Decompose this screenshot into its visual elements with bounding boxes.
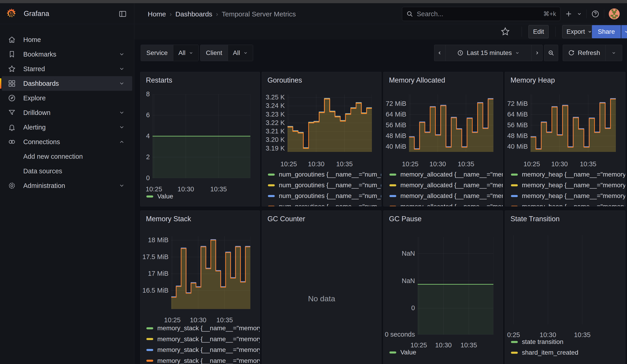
chevron-down-icon[interactable] [621, 25, 627, 38]
sidebar-subitem-data-sources[interactable]: Data sources [2, 164, 132, 178]
export-button[interactable]: Export [562, 25, 596, 38]
bookmark-icon [8, 50, 16, 58]
grafana-logo-icon[interactable] [6, 8, 17, 19]
legend-item[interactable]: num_goroutines {__name__="num_go [268, 171, 381, 178]
sidebar-item-bookmarks[interactable]: Bookmarks [2, 47, 132, 62]
brand-label[interactable]: Grafana [24, 9, 49, 18]
panel-title[interactable]: GC Counter [267, 215, 305, 223]
edit-button[interactable]: Edit [528, 25, 549, 38]
y-axis-label: 48 MiB [505, 132, 528, 140]
time-back-button[interactable] [434, 45, 446, 61]
sidebar-item-administration[interactable]: Administration [2, 178, 132, 193]
refresh-button[interactable]: Refresh [563, 45, 606, 61]
legend-item[interactable]: memory_heap {__name__="memory_h [511, 193, 626, 199]
chart-plot-area[interactable] [418, 237, 493, 335]
legend-item[interactable]: state transition [511, 338, 563, 345]
user-avatar[interactable] [609, 8, 620, 19]
legend-item[interactable]: memory_allocated {__name__="memc [389, 203, 503, 207]
breadcrumb-item[interactable]: Home [148, 10, 166, 18]
legend-item[interactable]: memory_stack {__name__="memory_s [146, 346, 260, 353]
chart-plot-area[interactable] [509, 235, 620, 324]
panel-title[interactable]: Memory Heap [511, 76, 555, 84]
chevron-up-icon [119, 139, 124, 145]
panel-title[interactable]: Memory Allocated [389, 76, 445, 84]
chart-plot-area[interactable] [153, 94, 250, 178]
legend-item[interactable]: memory_stack {__name__="memory_s [146, 357, 260, 364]
search-input[interactable] [416, 10, 540, 18]
search-box[interactable]: ⌘+k [402, 7, 560, 21]
legend-item[interactable]: Value [146, 193, 173, 200]
legend-item[interactable]: memory_allocated {__name__="memc [389, 193, 503, 199]
legend-item[interactable]: memory_allocated {__name__="memc [389, 171, 503, 178]
legend-item[interactable]: Value [389, 349, 416, 356]
time-range-picker[interactable]: Last 15 minutes [445, 45, 531, 61]
panel-title[interactable]: Memory Stack [146, 215, 191, 223]
chart-plot-area[interactable] [530, 95, 616, 152]
refresh-interval-dropdown[interactable] [605, 45, 622, 61]
y-axis-label: 0 seconds [383, 331, 415, 338]
y-axis-label: 17 MiB [140, 270, 168, 277]
legend-item[interactable]: num_goroutines {__name__="num_go [268, 193, 381, 199]
legend-item[interactable]: num_goroutines {__name__="num_go [268, 203, 381, 207]
legend-label: num_goroutines {__name__="num_go [279, 203, 381, 207]
bell-icon [8, 123, 16, 131]
plus-icon[interactable] [565, 10, 572, 18]
sidebar-item-alerting[interactable]: Alerting [2, 120, 132, 135]
legend-item[interactable]: memory_heap {__name__="memory_h [511, 203, 626, 207]
panel-title[interactable]: State Transition [511, 215, 560, 223]
chart-plot-area[interactable] [409, 95, 493, 152]
x-axis-label: 10:30 [178, 185, 194, 193]
client-filter[interactable]: Client All [200, 45, 253, 61]
sidebar-subitem-add-new-connection[interactable]: Add new connection [2, 149, 132, 164]
zoom-out-button[interactable] [544, 45, 558, 61]
legend-label: memory_heap {__name__="memory_h [522, 182, 626, 189]
breadcrumb-item[interactable]: Dashboards [175, 10, 212, 18]
sidebar-item-drilldown[interactable]: Drilldown [2, 105, 132, 120]
dock-menu-icon[interactable] [119, 10, 127, 18]
y-axis-label: 56 MiB [383, 121, 406, 129]
chart-plot-area[interactable] [171, 236, 250, 309]
y-axis-label: 72 MiB [505, 100, 528, 107]
sidebar-item-starred[interactable]: Starred [2, 62, 132, 76]
clock-icon [457, 50, 464, 56]
panel-memory-stack: Memory Stack18 MiB17.5 MiB17 MiB16.5 MiB… [140, 210, 260, 364]
sidebar-item-home[interactable]: Home [2, 32, 132, 47]
legend-item[interactable]: memory_stack {__name__="memory_s [146, 336, 260, 343]
sidebar-item-dashboards[interactable]: Dashboards [2, 76, 132, 91]
help-icon[interactable] [591, 10, 599, 18]
sidebar-subitem-label: Data sources [23, 167, 62, 175]
legend-label: memory_stack {__name__="memory_s [157, 335, 260, 343]
panel-title[interactable]: GC Pause [389, 215, 421, 223]
legend-item[interactable]: shard_item_created [511, 349, 578, 356]
star-dashboard-icon[interactable] [501, 27, 510, 36]
legend-item[interactable]: memory_heap {__name__="memory_h [511, 171, 626, 178]
legend-item[interactable]: memory_heap {__name__="memory_h [511, 182, 626, 189]
panel-title[interactable]: Restarts [146, 76, 172, 84]
legend-color-dash [146, 349, 153, 351]
sidebar-item-label: Alerting [23, 124, 46, 131]
legend-item[interactable]: num_goroutines {__name__="num_go [268, 182, 381, 189]
time-forward-button[interactable] [531, 45, 543, 61]
legend-color-dash [511, 174, 518, 176]
chart-plot-area[interactable] [288, 95, 372, 152]
service-filter[interactable]: Service All [141, 45, 199, 61]
y-axis-label: 0 [140, 174, 150, 182]
legend-color-dash [389, 174, 396, 176]
legend-item[interactable]: memory_allocated {__name__="memc [389, 182, 503, 189]
legend-label: memory_stack {__name__="memory_s [157, 346, 260, 354]
legend-color-dash [389, 352, 396, 354]
x-axis-label: 10:25 [523, 160, 540, 168]
sidebar-item-connections[interactable]: Connections [2, 135, 132, 149]
x-axis-label: 10:30 [190, 316, 207, 324]
x-axis-label: 10:30 [551, 160, 568, 168]
panel-title[interactable]: Goroutines [267, 76, 302, 84]
chevron-down-icon[interactable] [577, 11, 582, 16]
gear-icon [8, 182, 16, 190]
top-navbar: Grafana Home›Dashboards›Temporal Server … [0, 3, 627, 24]
share-button[interactable]: Share [592, 25, 627, 38]
legend-item[interactable]: memory_stack {__name__="memory_s [146, 325, 260, 332]
legend-color-dash [268, 174, 275, 176]
sidebar-item-explore[interactable]: Explore [2, 91, 132, 105]
active-indicator [0, 78, 1, 89]
home-icon [8, 36, 16, 44]
